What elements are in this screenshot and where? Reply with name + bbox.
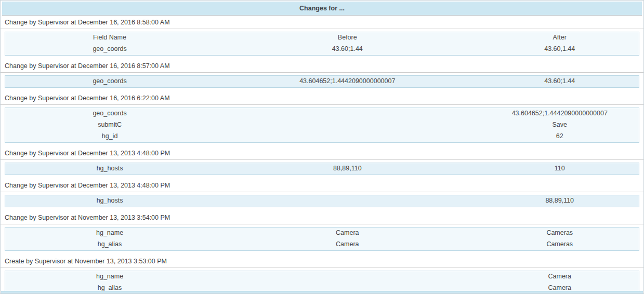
panel-title: Changes for ... — [2, 2, 642, 16]
before-cell — [214, 195, 480, 207]
after-cell: 110 — [480, 163, 639, 175]
table-row: geo_coords 43.604652;1.4442090000000007 — [5, 108, 639, 120]
before-cell: Camera — [214, 239, 480, 251]
changes-table: geo_coords 43.604652;1.4442090000000007 … — [5, 75, 639, 88]
change-section: Change by Supervisor at November 13, 201… — [1, 211, 643, 251]
change-section-header: Change by Supervisor at December 13, 201… — [1, 179, 643, 192]
change-section-header: Change by Supervisor at December 16, 201… — [1, 59, 643, 73]
change-section: Change by Supervisor at December 16, 201… — [1, 59, 643, 88]
table-row: geo_coords 43.604652;1.4442090000000007 … — [5, 76, 639, 88]
field-name-cell: hg_id — [5, 131, 215, 143]
table-row: hg_name Camera — [5, 271, 639, 283]
field-name-cell: submitC — [5, 119, 215, 131]
column-field-name: Field Name — [5, 32, 215, 44]
changes-table: hg_hosts 88,89,110 — [5, 195, 639, 207]
before-cell — [214, 131, 480, 143]
after-cell: 88,89,110 — [480, 195, 639, 207]
changes-table-wrap: geo_coords 43.604652;1.4442090000000007 … — [5, 108, 639, 143]
after-cell: 43.60,1.44 — [480, 44, 639, 56]
after-cell: 43.60;1.44 — [480, 76, 639, 88]
column-after: After — [480, 32, 639, 44]
table-row: hg_hosts 88,89,110 — [5, 195, 639, 207]
field-name-cell: geo_coords — [5, 44, 215, 56]
change-section: Change by Supervisor at December 13, 201… — [1, 146, 643, 175]
table-row: hg_id 62 — [5, 131, 639, 143]
column-before: Before — [214, 32, 480, 44]
field-name-cell: geo_coords — [5, 76, 215, 88]
after-cell: 62 — [480, 131, 639, 143]
table-row: geo_coords 43.60;1.44 43.60,1.44 — [5, 44, 639, 56]
changes-table: Field Name Before After geo_coords 43.60… — [5, 32, 639, 56]
changes-table: hg_name Camera Cameras hg_alias Camera C… — [5, 227, 639, 251]
change-section-header: Create by Supervisor at November 13, 201… — [1, 255, 643, 268]
change-section-header: Change by Supervisor at December 16, 201… — [1, 16, 643, 29]
changes-table-wrap: geo_coords 43.604652;1.4442090000000007 … — [5, 75, 639, 88]
field-name-cell: hg_name — [5, 271, 215, 283]
change-section: Change by Supervisor at December 13, 201… — [1, 179, 643, 207]
change-section: Change by Supervisor at December 16, 201… — [1, 16, 643, 56]
changes-table-wrap: hg_hosts 88,89,110 110 — [5, 163, 639, 175]
before-cell — [214, 119, 480, 131]
cutoff-next-header-bar — [1, 291, 643, 293]
change-section-header: Change by Supervisor at December 13, 201… — [1, 146, 643, 160]
change-section-header: Change by Supervisor at December 16, 201… — [1, 91, 643, 105]
changes-table: hg_hosts 88,89,110 110 — [5, 163, 639, 175]
changes-table-wrap: hg_hosts 88,89,110 — [5, 195, 639, 207]
after-cell: 43.604652;1.4442090000000007 — [480, 108, 639, 120]
after-cell: Save — [480, 119, 639, 131]
table-row: hg_alias Camera Cameras — [5, 239, 639, 251]
table-header-row: Field Name Before After — [5, 32, 639, 44]
field-name-cell: hg_name — [5, 228, 215, 239]
before-cell: 88,89,110 — [214, 163, 480, 175]
table-row: hg_name Camera Cameras — [5, 228, 639, 239]
before-cell: 43.60;1.44 — [214, 44, 480, 56]
changelog-panel: Changes for ... Change by Supervisor at … — [0, 0, 644, 294]
after-cell: Camera — [480, 271, 639, 283]
changes-table: geo_coords 43.604652;1.4442090000000007 … — [5, 108, 639, 143]
before-cell — [214, 271, 480, 283]
before-cell: Camera — [214, 228, 480, 239]
after-cell: Cameras — [480, 239, 639, 251]
field-name-cell: hg_alias — [5, 239, 215, 251]
table-row: submitC Save — [5, 119, 639, 131]
changes-table-wrap: Field Name Before After geo_coords 43.60… — [5, 32, 639, 56]
field-name-cell: hg_hosts — [5, 195, 215, 207]
changes-table-wrap: hg_name Camera Cameras hg_alias Camera C… — [5, 227, 639, 251]
field-name-cell: hg_hosts — [5, 163, 215, 175]
before-cell — [214, 108, 480, 120]
table-row: hg_hosts 88,89,110 110 — [5, 163, 639, 175]
field-name-cell: geo_coords — [5, 108, 215, 120]
after-cell: Cameras — [480, 228, 639, 239]
create-section: Create by Supervisor at November 13, 201… — [1, 255, 643, 294]
change-section-header: Change by Supervisor at November 13, 201… — [1, 211, 643, 224]
change-section: Change by Supervisor at December 16, 201… — [1, 91, 643, 143]
before-cell: 43.604652;1.4442090000000007 — [214, 76, 480, 88]
